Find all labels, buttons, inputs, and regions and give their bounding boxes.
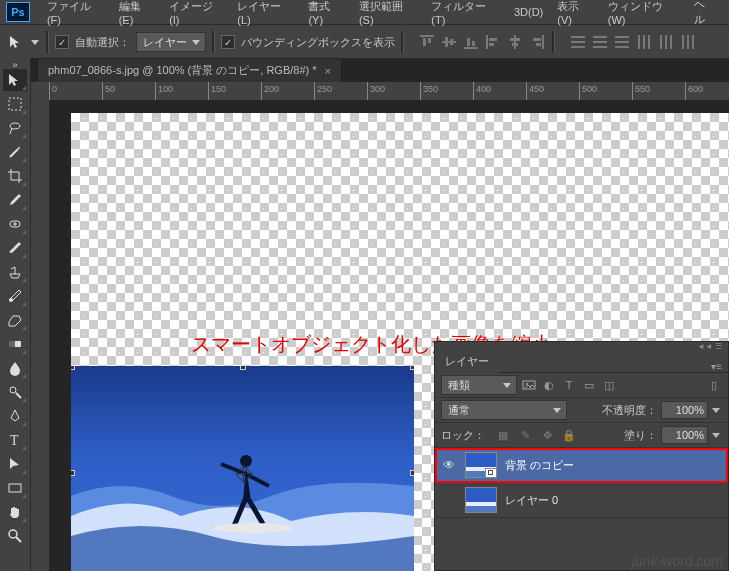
- align-left-icon[interactable]: [484, 33, 502, 51]
- path-selection-tool[interactable]: [3, 453, 27, 475]
- distribute-right-icon[interactable]: [679, 33, 697, 51]
- svg-rect-38: [9, 98, 21, 110]
- pen-tool[interactable]: [3, 405, 27, 427]
- menu-help[interactable]: ヘル: [687, 0, 723, 27]
- move-tool-indicator-icon: [8, 34, 24, 50]
- align-vcenter-icon[interactable]: [440, 33, 458, 51]
- marquee-tool[interactable]: [3, 93, 27, 115]
- lock-all-icon[interactable]: 🔒: [561, 427, 577, 443]
- fill-value-field[interactable]: 100%: [661, 426, 708, 444]
- layer-name-label[interactable]: 背景 のコピー: [505, 458, 574, 473]
- opacity-slider-icon[interactable]: [712, 402, 722, 418]
- lock-transparency-icon[interactable]: ▦: [495, 427, 511, 443]
- filter-shape-icon[interactable]: ▭: [581, 377, 597, 393]
- menu-file[interactable]: ファイル(F): [40, 0, 112, 26]
- svg-rect-62: [523, 381, 535, 389]
- svg-rect-9: [472, 41, 475, 46]
- svg-line-49: [16, 393, 21, 398]
- svg-rect-7: [464, 47, 478, 49]
- close-tab-icon[interactable]: ×: [325, 65, 331, 77]
- svg-rect-23: [593, 41, 607, 43]
- eyedropper-tool[interactable]: [3, 189, 27, 211]
- menu-layer[interactable]: レイヤー(L): [230, 0, 301, 26]
- layer-visibility-icon[interactable]: 👁: [441, 457, 457, 473]
- blend-mode-dropdown[interactable]: 通常: [441, 400, 567, 420]
- gradient-tool[interactable]: [3, 333, 27, 355]
- svg-rect-25: [615, 36, 629, 38]
- photoshop-logo: Ps: [6, 2, 30, 22]
- lock-pixels-icon[interactable]: ✎: [517, 427, 533, 443]
- tool-preset-dropdown[interactable]: [30, 38, 40, 46]
- clone-stamp-tool[interactable]: [3, 261, 27, 283]
- toolbar-collapse-icon[interactable]: [0, 60, 30, 68]
- align-hcenter-icon[interactable]: [506, 33, 524, 51]
- svg-rect-2: [423, 38, 426, 46]
- layer-row[interactable]: 👁背景 のコピー: [435, 448, 728, 483]
- dodge-tool[interactable]: [3, 381, 27, 403]
- distribute-hcenter-icon[interactable]: [657, 33, 675, 51]
- align-bottom-icon[interactable]: [462, 33, 480, 51]
- distribute-left-icon[interactable]: [635, 33, 653, 51]
- distribute-vcenter-icon[interactable]: [591, 33, 609, 51]
- layer-name-label[interactable]: レイヤー 0: [505, 493, 558, 508]
- move-tool[interactable]: [3, 69, 27, 91]
- type-tool[interactable]: T: [3, 429, 27, 451]
- blur-tool[interactable]: [3, 357, 27, 379]
- svg-rect-20: [571, 41, 585, 43]
- ruler-horizontal[interactable]: 050100150200250300350400450500550600650: [49, 82, 729, 101]
- bounding-box-checkbox[interactable]: [221, 35, 235, 49]
- svg-rect-13: [514, 35, 516, 49]
- distribute-top-icon[interactable]: [569, 33, 587, 51]
- svg-rect-35: [687, 35, 689, 49]
- ruler-vertical[interactable]: [31, 82, 50, 571]
- layer-filter-row: 種類 ◐ T ▭ ◫ ▯: [435, 373, 728, 398]
- layer-thumbnail[interactable]: [465, 452, 497, 478]
- menu-window[interactable]: ウィンドウ(W): [601, 0, 687, 26]
- history-brush-tool[interactable]: [3, 285, 27, 307]
- svg-point-61: [213, 523, 293, 533]
- menu-select[interactable]: 選択範囲(S): [352, 0, 424, 26]
- rectangle-tool[interactable]: [3, 477, 27, 499]
- filter-toggle-switch[interactable]: ▯: [706, 377, 722, 393]
- document-tab[interactable]: phm07_0866-s.jpg @ 100% (背景 のコピー, RGB/8#…: [37, 58, 342, 82]
- healing-brush-tool[interactable]: [3, 213, 27, 235]
- menu-view[interactable]: 表示(V): [550, 0, 600, 26]
- filter-pixel-icon[interactable]: [521, 377, 537, 393]
- image-layer[interactable]: [71, 366, 414, 571]
- svg-line-40: [10, 149, 18, 157]
- layer-thumbnail[interactable]: [465, 487, 497, 513]
- auto-select-checkbox[interactable]: [55, 35, 69, 49]
- lock-position-icon[interactable]: ✥: [539, 427, 555, 443]
- panel-menu-icon[interactable]: ▾≡: [711, 361, 728, 372]
- align-top-icon[interactable]: [418, 33, 436, 51]
- menu-filter[interactable]: フィルター(T): [424, 0, 507, 26]
- filter-type-icon[interactable]: T: [561, 377, 577, 393]
- eraser-tool[interactable]: [3, 309, 27, 331]
- distribute-bottom-icon[interactable]: [613, 33, 631, 51]
- layers-tab[interactable]: レイヤー: [435, 351, 499, 373]
- svg-rect-4: [442, 41, 456, 43]
- align-right-icon[interactable]: [528, 33, 546, 51]
- brush-tool[interactable]: [3, 237, 27, 259]
- layer-row[interactable]: レイヤー 0: [435, 483, 728, 518]
- auto-select-target-dropdown[interactable]: レイヤー: [136, 32, 206, 52]
- layer-visibility-icon[interactable]: [441, 492, 457, 508]
- menu-type[interactable]: 書式(Y): [301, 0, 351, 26]
- magic-wand-tool[interactable]: [3, 141, 27, 163]
- zoom-tool[interactable]: [3, 525, 27, 547]
- menu-image[interactable]: イメージ(I): [162, 0, 230, 26]
- lasso-tool[interactable]: [3, 117, 27, 139]
- menu-3d[interactable]: 3D(D): [507, 6, 550, 18]
- svg-rect-15: [512, 43, 518, 46]
- opacity-value-field[interactable]: 100%: [661, 401, 708, 419]
- fill-slider-icon[interactable]: [712, 427, 722, 443]
- svg-rect-11: [489, 38, 497, 41]
- menu-edit[interactable]: 編集(E): [112, 0, 162, 26]
- filter-adjustment-icon[interactable]: ◐: [541, 377, 557, 393]
- crop-tool[interactable]: [3, 165, 27, 187]
- filter-smart-icon[interactable]: ◫: [601, 377, 617, 393]
- hand-tool[interactable]: [3, 501, 27, 523]
- filter-kind-dropdown[interactable]: 種類: [441, 375, 517, 395]
- layer-list: 👁背景 のコピーレイヤー 0: [435, 448, 728, 518]
- svg-rect-28: [638, 35, 640, 49]
